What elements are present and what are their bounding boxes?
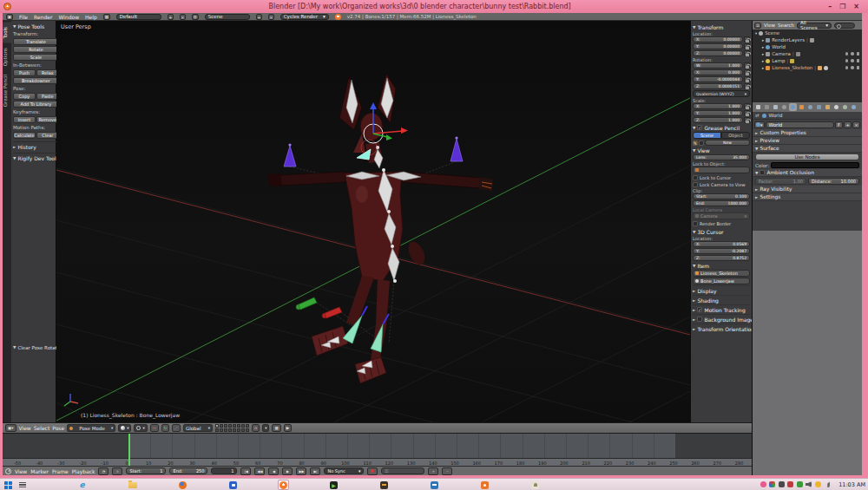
item-panel-header[interactable]: ▼Item xyxy=(693,262,750,269)
transform-panel-header[interactable]: ▼Transform xyxy=(693,23,750,30)
play-button[interactable]: ▶ xyxy=(282,467,293,475)
lens-field[interactable]: Lens:35.000 xyxy=(693,154,750,160)
number-field[interactable]: Y:0.00000 xyxy=(693,43,743,49)
world-color-swatch[interactable] xyxy=(771,162,859,168)
timeline-editor-icon[interactable] xyxy=(5,468,11,474)
lock-icon[interactable] xyxy=(744,83,750,89)
maximize-button[interactable]: ❒ xyxy=(839,3,845,10)
prev-keyframe-button[interactable]: ◀◀ xyxy=(254,467,265,475)
menu-window[interactable]: Window xyxy=(58,14,79,20)
number-field[interactable]: Y:-0.2087 xyxy=(693,248,750,254)
scale-button[interactable]: Scale xyxy=(13,54,59,61)
insert-keyframe-button[interactable]: Insert xyxy=(13,116,36,123)
grease-pencil-panel-header[interactable]: ▼✓Grease Pencil xyxy=(693,124,750,131)
gp-draw-icon[interactable]: ✎ xyxy=(693,140,698,146)
background-images-panel-header[interactable]: ►Background Images xyxy=(693,316,750,323)
clip-start-field[interactable]: Start:0.100 xyxy=(693,193,750,199)
screen-layout-icon[interactable]: ▦ xyxy=(103,14,110,20)
relax-button[interactable]: Relax xyxy=(36,69,59,76)
copy-button[interactable]: Copy xyxy=(13,93,36,100)
blender-taskbar-icon[interactable] xyxy=(278,480,289,490)
screen-layout-select[interactable]: Default xyxy=(116,14,161,20)
remove-keyframe-button[interactable]: Remove xyxy=(36,116,59,123)
number-field[interactable]: Z:0.0000151 xyxy=(693,83,743,89)
next-keyframe-button[interactable]: ▶▶ xyxy=(296,467,306,475)
tray-icon-2[interactable] xyxy=(769,481,775,487)
outliner-row-world[interactable]: ▸World xyxy=(753,43,862,50)
number-field[interactable]: W:1.000 xyxy=(693,62,743,69)
close-button[interactable]: × xyxy=(853,3,859,10)
add-to-library-button[interactable]: Add To Library xyxy=(13,101,59,108)
menu-render[interactable]: Render xyxy=(34,14,52,20)
start-button[interactable] xyxy=(3,480,14,490)
gp-erase-icon[interactable] xyxy=(699,140,704,146)
outliner-editor-icon[interactable]: ☰ xyxy=(754,23,761,29)
rotate-button[interactable]: Rotate xyxy=(13,46,59,53)
paste-button[interactable]: Paste xyxy=(36,93,59,100)
ray-visibility-panel-header[interactable]: ►Ray Visibility xyxy=(753,186,862,193)
world-tab-icon[interactable] xyxy=(789,103,797,111)
transform-orientations-panel-header[interactable]: ►Transform Orientations xyxy=(693,325,750,332)
tray-monitor-icon[interactable] xyxy=(779,481,785,487)
visibility-toggles[interactable] xyxy=(845,59,860,62)
render-layers-tab-icon[interactable] xyxy=(772,103,779,111)
motion-tracking-panel-header[interactable]: ►✓Motion Tracking xyxy=(693,306,750,313)
tray-icon-1[interactable] xyxy=(760,481,766,487)
window-titlebar[interactable]: Blender [D:\My work\Organized works\3d\0… xyxy=(0,0,868,13)
number-field[interactable]: X:0.000 xyxy=(693,69,743,75)
display-panel-header[interactable]: ►Display xyxy=(693,287,750,294)
tray-icon-5[interactable] xyxy=(815,481,821,487)
lock-icon[interactable] xyxy=(744,103,750,109)
pose-tools-panel-header[interactable]: ▼Pose Tools xyxy=(13,23,59,29)
taskbar-clock[interactable]: 11:03 AM xyxy=(838,479,865,490)
tray-icon-4[interactable] xyxy=(797,481,803,487)
outliner-menu-view[interactable]: View xyxy=(764,23,775,28)
editor-type-icon[interactable]: ▣ xyxy=(6,14,13,20)
lock-to-cursor-row[interactable]: Lock to Cursor xyxy=(693,174,750,181)
lock-icon[interactable] xyxy=(744,36,750,42)
render-border-row[interactable]: Render Border xyxy=(693,220,750,227)
insert-keyframe-icon[interactable]: ＋ xyxy=(428,467,438,475)
manipulator-rotate-icon[interactable]: ↻ xyxy=(161,424,170,432)
bone-tab-icon[interactable] xyxy=(832,103,840,111)
outliner-row-renderlayers[interactable]: ▸RenderLayers| xyxy=(753,36,862,43)
number-field[interactable]: X:0.00000 xyxy=(693,36,743,42)
viewport-canvas[interactable]: User Persp (1) Lioness_Skeleton : Bone_L… xyxy=(56,21,690,422)
play-reverse-button[interactable]: ◀ xyxy=(268,467,279,475)
jump-to-end-button[interactable]: ▶| xyxy=(310,467,320,475)
menu-help[interactable]: Help xyxy=(85,14,97,20)
ao-distance-field[interactable]: Distance:10.000 xyxy=(808,178,859,185)
number-field[interactable]: Z:1.000 xyxy=(693,117,743,123)
viewport-menu-select[interactable]: Select xyxy=(34,425,50,431)
tab-options[interactable]: Options xyxy=(3,43,11,70)
current-frame-indicator[interactable] xyxy=(128,434,130,466)
timeline-frame-range[interactable] xyxy=(128,434,675,458)
manipulator-translate-icon[interactable]: ↔ xyxy=(150,424,159,432)
constraints-tab-icon[interactable] xyxy=(806,103,814,111)
ambient-occlusion-panel-header[interactable]: ▼Ambient Occlusion xyxy=(753,169,862,177)
number-field[interactable]: X:1.000 xyxy=(693,103,743,109)
outliner-row-camera[interactable]: ▸Camera| xyxy=(753,50,862,57)
lock-object-field[interactable] xyxy=(693,167,750,173)
outliner-search-input[interactable] xyxy=(834,23,855,29)
translate-button[interactable]: Translate xyxy=(13,38,59,45)
utility-app-icon[interactable] xyxy=(378,480,390,490)
3d-cursor-panel-header[interactable]: ▼3D Cursor xyxy=(693,228,750,235)
frame-start-field[interactable]: Start:1 xyxy=(126,467,166,474)
push-button[interactable]: Push xyxy=(13,69,36,76)
armature-layers-grid[interactable] xyxy=(215,424,249,432)
outliner-row-lamp[interactable]: ▸Lamp| xyxy=(753,57,862,64)
document-app-icon[interactable] xyxy=(429,480,440,490)
world-name-field[interactable]: World xyxy=(766,121,834,128)
timeline-menu-playback[interactable]: Playback xyxy=(72,468,95,474)
gp-scene-option[interactable]: Scene xyxy=(693,132,721,139)
minimize-button[interactable]: – xyxy=(828,3,832,10)
lock-icon[interactable] xyxy=(744,43,750,49)
timeline-menu-view[interactable]: View xyxy=(15,468,27,474)
custom-properties-panel-header[interactable]: ►Custom Properties xyxy=(753,129,862,137)
internet-explorer-icon[interactable]: e xyxy=(76,480,88,490)
tray-icon-3[interactable] xyxy=(787,481,793,487)
number-field[interactable]: Y:-0.0000044 xyxy=(693,76,743,82)
keying-set-field[interactable]: ⚿ xyxy=(381,467,424,474)
number-field[interactable]: Y:1.000 xyxy=(693,110,743,116)
